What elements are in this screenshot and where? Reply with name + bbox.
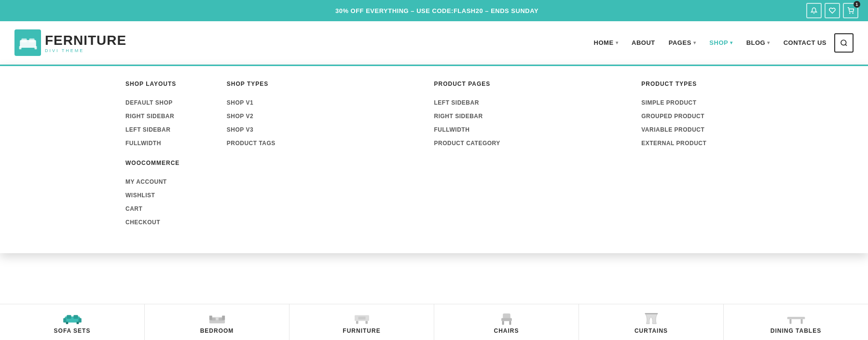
logo[interactable]: FERNITURE DIVI THEME bbox=[14, 29, 126, 56]
svg-rect-6 bbox=[34, 46, 37, 49]
svg-point-7 bbox=[841, 40, 846, 45]
main-nav: HOME ▾ ABOUT PAGES ▾ SHOP ▾ BLOG ▾ CONTA… bbox=[588, 33, 854, 53]
logo-icon bbox=[14, 29, 41, 56]
svg-rect-3 bbox=[21, 38, 27, 42]
nav-contact[interactable]: CONTACT US bbox=[778, 35, 832, 50]
logo-name: FERNITURE bbox=[45, 33, 126, 48]
chevron-down-icon: ▾ bbox=[767, 40, 770, 45]
cart-badge: 1 bbox=[854, 1, 860, 8]
wishlist-icon[interactable] bbox=[825, 3, 840, 18]
chevron-down-icon: ▾ bbox=[693, 40, 696, 45]
svg-rect-5 bbox=[19, 46, 21, 49]
svg-point-0 bbox=[850, 13, 850, 14]
notification-icon[interactable] bbox=[806, 3, 822, 18]
nav-about[interactable]: ABOUT bbox=[626, 35, 661, 50]
nav-shop[interactable]: SHOP ▾ bbox=[703, 35, 738, 50]
svg-rect-4 bbox=[29, 38, 34, 42]
logo-subtitle: DIVI THEME bbox=[45, 48, 126, 53]
nav-pages[interactable]: PAGES ▾ bbox=[663, 35, 702, 50]
chevron-down-icon: ▾ bbox=[730, 40, 733, 45]
chevron-down-icon: ▾ bbox=[616, 40, 619, 45]
cart-icon[interactable]: 1 bbox=[843, 3, 858, 18]
search-button[interactable] bbox=[834, 33, 854, 53]
nav-blog[interactable]: BLOG ▾ bbox=[741, 35, 776, 50]
header: FERNITURE DIVI THEME HOME ▾ ABOUT PAGES … bbox=[0, 21, 868, 65]
svg-line-8 bbox=[845, 44, 847, 46]
nav-home[interactable]: HOME ▾ bbox=[588, 35, 624, 50]
banner-text: 30% OFF EVERYTHING – USE CODE:FLASH20 – … bbox=[68, 7, 806, 14]
header-icons: 1 bbox=[806, 3, 858, 18]
top-banner: 30% OFF EVERYTHING – USE CODE:FLASH20 – … bbox=[0, 0, 868, 21]
svg-point-1 bbox=[853, 13, 853, 14]
